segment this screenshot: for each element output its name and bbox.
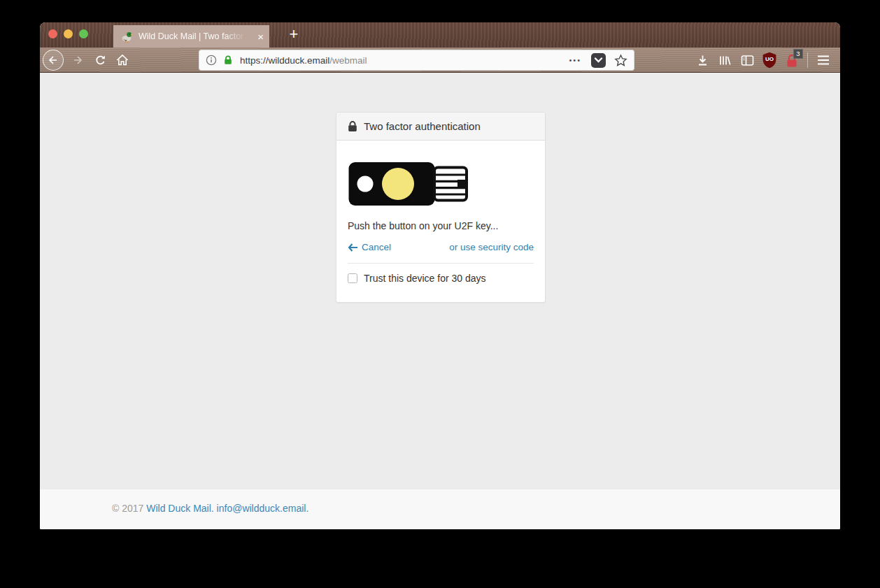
navigation-toolbar: https://wildduck.email/webmail ••• (40, 48, 840, 73)
trust-device-checkbox[interactable] (348, 273, 357, 283)
desktop-background: Wild Duck Mail | Two factor auth × + (0, 0, 880, 588)
https-lock-icon[interactable] (222, 55, 234, 66)
url-path: /webmail (329, 55, 367, 66)
back-arrow-icon (48, 55, 59, 66)
back-button[interactable] (43, 50, 64, 71)
new-tab-button[interactable]: + (282, 24, 306, 46)
ublock-origin-button[interactable]: UO (758, 48, 781, 73)
menu-button[interactable] (812, 48, 835, 73)
instruction-text: Push the button on your U2F key... (348, 220, 534, 231)
card-divider (348, 263, 534, 264)
forward-button[interactable] (69, 50, 86, 71)
card-header: Two factor authentication (336, 113, 545, 141)
toolbar-right-cluster: UO 3 (691, 48, 835, 73)
trust-device-row: Trust this device for 30 days (348, 273, 534, 288)
download-icon (697, 55, 709, 66)
duck-favicon-icon (121, 31, 133, 43)
window-close-button[interactable] (48, 29, 57, 38)
page-footer: © 2017 Wild Duck Mail. info@wildduck.ema… (40, 489, 840, 529)
links-row: Cancel or use security code (348, 242, 534, 252)
ublock-label: UO (765, 56, 774, 62)
home-icon (116, 54, 129, 66)
reload-icon (94, 55, 106, 66)
page-info-icon[interactable] (206, 55, 217, 66)
webpage-content: Two factor authentication Push the butto… (40, 73, 840, 529)
bookmark-star-icon[interactable] (614, 54, 627, 67)
card-title: Two factor authentication (364, 120, 481, 132)
sidebar-toggle-button[interactable] (736, 48, 758, 73)
pocket-icon[interactable] (591, 53, 606, 68)
library-button[interactable] (714, 48, 736, 73)
browser-window: Wild Duck Mail | Two factor auth × + (40, 22, 840, 529)
ublock-shield-icon: UO (762, 52, 777, 69)
url-host: https://wildduck.email (240, 55, 329, 66)
lock-icon (348, 121, 357, 132)
two-factor-card: Two factor authentication Push the butto… (336, 112, 546, 303)
toolbar-separator (807, 52, 808, 68)
window-minimize-button[interactable] (64, 29, 73, 38)
window-zoom-button[interactable] (79, 29, 88, 38)
cancel-link[interactable]: Cancel (348, 242, 391, 252)
security-code-link[interactable]: or use security code (449, 242, 534, 252)
forward-arrow-icon (72, 55, 83, 66)
brand-link[interactable]: Wild Duck Mail. (146, 503, 213, 514)
library-icon (718, 55, 731, 66)
home-button[interactable] (114, 50, 131, 71)
cancel-label: Cancel (362, 242, 391, 252)
downloads-button[interactable] (691, 48, 714, 73)
url-bar[interactable]: https://wildduck.email/webmail ••• (199, 50, 634, 71)
copyright-text: © 2017 (112, 503, 143, 514)
sidebar-icon (741, 55, 754, 66)
extension-badge-count: 3 (793, 49, 803, 59)
contact-email-link[interactable]: info@wildduck.email. (217, 503, 309, 514)
titlebar: Wild Duck Mail | Two factor auth × + (40, 22, 840, 48)
u2f-key-illustration (348, 158, 471, 210)
page-actions-icon[interactable]: ••• (569, 56, 581, 64)
browser-tab[interactable]: Wild Duck Mail | Two factor auth × (113, 25, 269, 48)
privacy-locker-button[interactable]: 3 (781, 48, 803, 73)
trust-device-label[interactable]: Trust this device for 30 days (364, 273, 486, 284)
tab-title: Wild Duck Mail | Two factor auth (139, 31, 249, 41)
tab-close-icon[interactable]: × (257, 31, 264, 42)
card-body: Push the button on your U2F key... Cance… (336, 141, 545, 302)
hamburger-icon (817, 55, 830, 65)
left-arrow-icon (348, 243, 358, 252)
reload-button[interactable] (92, 50, 108, 71)
url-text: https://wildduck.email/webmail (240, 55, 367, 66)
